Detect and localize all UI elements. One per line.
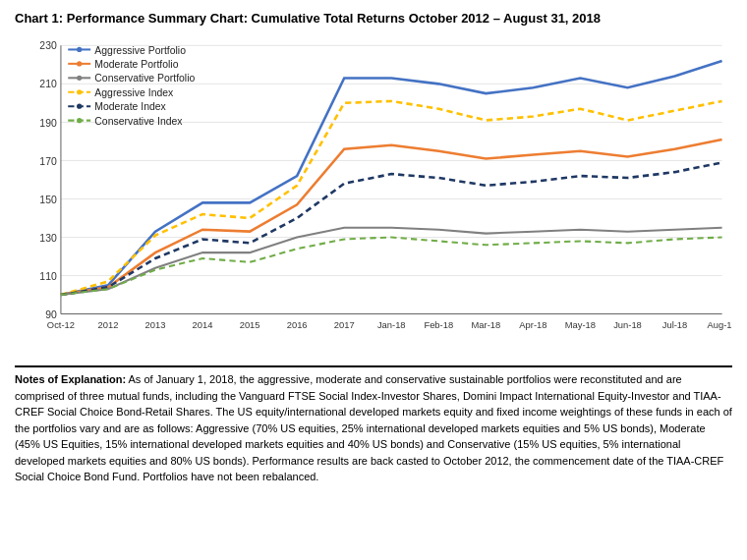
svg-text:150: 150 (39, 195, 57, 205)
notes-label: Notes of Explanation: (15, 373, 126, 385)
svg-text:Conservative Index: Conservative Index (94, 116, 183, 127)
svg-text:Moderate Index: Moderate Index (94, 102, 166, 113)
svg-text:Jul-18: Jul-18 (662, 320, 688, 330)
svg-text:Aggressive Portfolio: Aggressive Portfolio (94, 45, 186, 56)
svg-text:Jun-18: Jun-18 (613, 320, 642, 330)
svg-text:2013: 2013 (145, 320, 166, 330)
svg-text:2016: 2016 (287, 320, 308, 330)
notes-text: As of January 1, 2018, the aggressive, m… (15, 373, 732, 482)
svg-text:230: 230 (39, 41, 57, 52)
svg-text:90: 90 (45, 309, 57, 320)
svg-text:Mar-18: Mar-18 (471, 320, 500, 330)
svg-point-37 (77, 61, 82, 66)
svg-point-49 (77, 118, 82, 123)
svg-text:Jan-18: Jan-18 (377, 320, 406, 330)
svg-point-43 (77, 89, 82, 94)
page-title: Chart 1: Performance Summary Chart: Cumu… (15, 10, 732, 28)
svg-point-40 (77, 76, 82, 81)
svg-text:2017: 2017 (334, 320, 355, 330)
svg-text:May-18: May-18 (565, 320, 596, 330)
svg-text:110: 110 (39, 271, 57, 282)
chart-area: 90110130150170190210230Oct-1220122013201… (15, 35, 732, 360)
notes-section: Notes of Explanation: As of January 1, 2… (15, 365, 732, 485)
svg-text:Aggressive Index: Aggressive Index (94, 87, 174, 98)
svg-point-34 (77, 47, 82, 52)
svg-text:Conservative Portfolio: Conservative Portfolio (94, 74, 195, 84)
svg-point-46 (77, 104, 82, 109)
svg-text:Oct-12: Oct-12 (47, 320, 75, 330)
svg-text:170: 170 (39, 156, 57, 167)
svg-text:210: 210 (39, 80, 57, 90)
svg-text:Aug-18: Aug-18 (707, 320, 732, 330)
svg-text:2012: 2012 (98, 320, 119, 330)
svg-text:Moderate Portfolio: Moderate Portfolio (94, 59, 178, 70)
svg-text:2015: 2015 (240, 320, 260, 330)
svg-text:130: 130 (39, 233, 57, 244)
svg-text:Apr-18: Apr-18 (519, 320, 546, 330)
svg-text:190: 190 (39, 118, 57, 129)
svg-text:Feb-18: Feb-18 (424, 320, 453, 330)
svg-text:2014: 2014 (193, 320, 213, 330)
